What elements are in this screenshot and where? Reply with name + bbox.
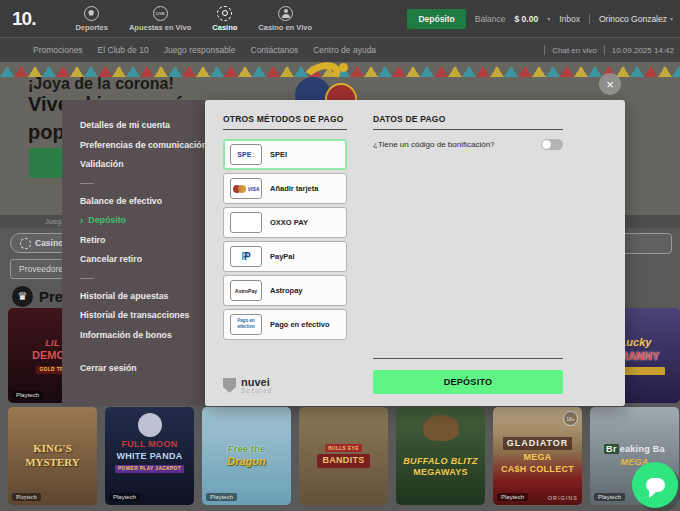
divider	[604, 45, 605, 55]
game-title: MEGAWAYS	[413, 467, 468, 478]
game-tile-buffalo-blitz[interactable]: BUFFALO BLITZ MEGAWAYS	[396, 407, 485, 505]
astropay-logo-text: AstroPay	[235, 288, 257, 294]
game-tile-gladiator[interactable]: 18+ GLADIATOR MEGA CA$H COLLECT Playtech…	[493, 407, 582, 505]
soccer-ball-icon	[84, 6, 99, 21]
age-18-badge: 18+	[563, 411, 578, 426]
game-title: eaking Ba	[620, 444, 665, 454]
chevron-down-icon	[670, 15, 673, 22]
deposit-button[interactable]: Depósito	[407, 9, 465, 29]
close-icon[interactable]: ×	[599, 73, 621, 95]
game-title: FULL MOON	[121, 439, 177, 450]
live-dealer-icon	[278, 6, 293, 21]
nav-item-casino-en-vivo[interactable]: Casino en Vivo	[258, 6, 312, 32]
visa-logo-text: VISA	[248, 186, 260, 192]
moon-decoration	[138, 413, 162, 437]
secondary-nav-links: Promociones El Club de 10 Juego responsa…	[33, 45, 376, 55]
sidebar-divider	[80, 278, 94, 279]
payment-method-paypal[interactable]: PP PayPal	[223, 241, 347, 272]
secondary-nav-status: Chat en vivo 10.09.2025 14:42	[544, 45, 674, 55]
game-tile-free-the-dragon[interactable]: Free the Dragon Playtech	[202, 407, 291, 505]
modal-deposit-button[interactable]: DEPÓSITO	[373, 370, 563, 394]
sidebar-item-validacion[interactable]: Validación	[80, 155, 205, 175]
brand-logo[interactable]: 10.	[12, 8, 35, 30]
payment-method-label: OXXO PAY	[270, 218, 308, 227]
payment-method-spei[interactable]: SPE: SPEI	[223, 139, 347, 170]
payment-methods-list: SPE: SPEI VISA Añadir tarjeta OXXO PAY	[223, 139, 347, 340]
provider-badge: Playtech	[12, 391, 43, 399]
sidebar-item-informacion-bonos[interactable]: Información de bonos	[80, 326, 205, 346]
astropay-logo: AstroPay	[230, 280, 262, 301]
sidebar-item-detalles[interactable]: Detalles de mi cuenta	[80, 116, 205, 136]
top-nav: 10. Deportes Apuestas en Vivo Casino Cas…	[0, 0, 680, 38]
bonus-code-toggle[interactable]	[541, 139, 563, 150]
deposit-modal: OTROS MÉTODOS DE PAGO SPE: SPEI VISA Aña…	[205, 100, 625, 406]
divider	[544, 45, 545, 55]
balance-value[interactable]: $ 0.00	[514, 14, 538, 24]
game-title: GLADIATOR	[503, 437, 573, 450]
subnav-promociones[interactable]: Promociones	[33, 45, 83, 55]
sidebar-item-retiro[interactable]: Retiro	[80, 231, 205, 251]
nuvei-secured-brand: nuvei Secured	[223, 376, 272, 395]
game-title: Free the	[228, 444, 265, 455]
jester-ball-shape	[339, 63, 348, 72]
subnav-centro-de-ayuda[interactable]: Centro de ayuda	[313, 45, 376, 55]
paypal-logo: PP	[230, 246, 262, 267]
pago-en-efectivo-logo: Pago en efectivo	[230, 314, 262, 335]
shield-icon	[223, 378, 236, 393]
payment-method-label: Astropay	[270, 286, 303, 295]
game-tile-full-moon-white-panda[interactable]: FULL MOON WHITE PANDA POWER PLAY JACKPOT…	[105, 407, 194, 505]
payment-methods-column: OTROS MÉTODOS DE PAGO SPE: SPEI VISA Aña…	[223, 114, 347, 343]
live-chat-fab[interactable]	[632, 462, 678, 508]
nav-label: Deportes	[75, 23, 108, 32]
payment-method-add-card[interactable]: VISA Añadir tarjeta	[223, 173, 347, 204]
mastercard-orange-circle	[238, 185, 246, 193]
provider-badge: Playtech	[594, 493, 625, 501]
divider	[589, 14, 590, 24]
payment-method-cash[interactable]: Pago en efectivo Pago en efectivo	[223, 309, 347, 340]
sidebar-item-deposito-active[interactable]: › Depósito	[80, 211, 205, 231]
game-tile-bulls-eye-bandits[interactable]: BULLS EYE BANDITS	[299, 407, 388, 505]
nav-label: Casino	[212, 23, 237, 32]
cash-logo-line2: efectivo	[237, 325, 254, 330]
sidebar-item-historial-apuestas[interactable]: Historial de apuestas	[80, 287, 205, 307]
spei-logo-dots: :	[252, 151, 254, 158]
banner-title: ¡Joya de la corona!	[28, 75, 174, 93]
chevron-down-icon[interactable]	[547, 15, 550, 22]
payment-method-label: Añadir tarjeta	[270, 184, 318, 193]
sidebar-item-label: Depósito	[88, 211, 126, 231]
payment-method-label: PayPal	[270, 252, 295, 261]
sidebar-item-balance[interactable]: Balance de efectivo	[80, 192, 205, 212]
game-title: LIL	[45, 338, 59, 349]
sidebar-item-historial-transacciones[interactable]: Historial de transacciones	[80, 306, 205, 326]
subnav-club-de-10[interactable]: El Club de 10	[98, 45, 149, 55]
crown-icon: ♛	[12, 286, 33, 307]
sidebar-item-cancelar-retiro[interactable]: Cancelar retiro	[80, 250, 205, 270]
account-controls: Depósito Balance $ 0.00 Inbox Orinoco Go…	[407, 9, 673, 29]
payment-method-label: Pago en efectivo	[270, 320, 330, 329]
game-title: MYSTERY	[25, 456, 80, 470]
app-root: 10. Deportes Apuestas en Vivo Casino Cas…	[0, 0, 680, 511]
provider-badge: Playtech	[206, 493, 237, 501]
user-menu[interactable]: Orinoco Gonzalez	[599, 14, 673, 24]
sidebar-divider	[80, 183, 94, 184]
game-subtitle: CA$H COLLECT	[501, 464, 574, 475]
balance-label: Balance	[475, 14, 506, 24]
subnav-juego-responsable[interactable]: Juego responsable	[164, 45, 236, 55]
chat-bubble-icon	[646, 478, 665, 492]
nav-item-deportes[interactable]: Deportes	[75, 6, 108, 32]
nav-label: Casino en Vivo	[258, 23, 312, 32]
nav-item-apuestas-en-vivo[interactable]: Apuestas en Vivo	[129, 6, 191, 32]
game-tile-kings-mystery[interactable]: KING'S MYSTERY Playtech	[8, 407, 97, 505]
main-nav: Deportes Apuestas en Vivo Casino Casino …	[75, 6, 312, 32]
sidebar-item-cerrar-sesion[interactable]: Cerrar sesión	[80, 359, 205, 379]
sidebar-item-preferencias[interactable]: Preferencias de comunicación	[80, 136, 205, 156]
payment-method-oxxo-pay[interactable]: OXXO PAY	[223, 207, 347, 238]
jester-hat-illustration	[295, 63, 377, 105]
payment-method-astropay[interactable]: AstroPay Astropay	[223, 275, 347, 306]
paypal-logo-front-p: P	[244, 251, 251, 262]
live-chat-link[interactable]: Chat en vivo	[552, 46, 596, 55]
nav-item-casino[interactable]: Casino	[212, 6, 237, 32]
subnav-contactanos[interactable]: Contáctanos	[251, 45, 299, 55]
payment-details-heading: DATOS DE PAGO	[373, 114, 563, 130]
inbox-link[interactable]: Inbox	[559, 14, 580, 24]
